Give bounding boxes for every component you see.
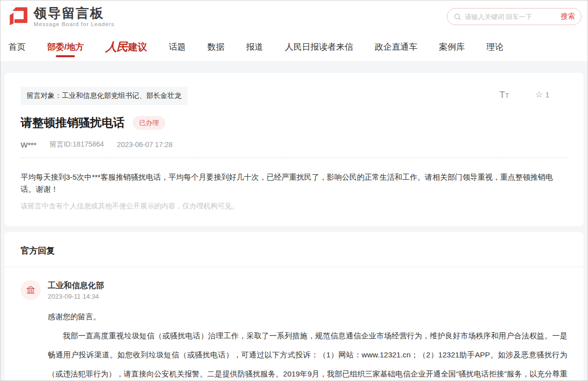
font-size-small-glyph: T xyxy=(505,92,509,99)
active-tab-underline xyxy=(56,55,75,57)
logo-icon xyxy=(7,4,30,29)
reply-agency-name: 工业和信息化部 xyxy=(48,281,104,291)
message-datetime: 2023-06-07 17:28 xyxy=(117,141,173,149)
logo-subtitle: Message Board for Leaders xyxy=(34,21,115,27)
reply-text: 感谢您的留言。 我部一直高度重视垃圾短信（或骚扰电话）治理工作，采取了一系列措施… xyxy=(48,307,567,380)
star-count: 1 xyxy=(545,91,549,99)
nav-item-label: 部委/地方 xyxy=(47,41,84,53)
nav-item-case-library[interactable]: 案例库 xyxy=(439,33,465,62)
search-button[interactable]: 搜索 xyxy=(557,12,575,21)
official-reply-card: 官方回复 xyxy=(5,232,583,380)
top-header: 领导留言板 Message Board for Leaders 搜索 xyxy=(1,1,587,33)
nav-item-home[interactable]: 首页 xyxy=(9,33,26,62)
star-favorite-button[interactable]: ☆ 1 xyxy=(535,90,549,99)
reply-paragraph: 我部一直高度重视垃圾短信（或骚扰电话）治理工作，采取了一系列措施，规范信息通信企… xyxy=(48,326,567,380)
nav-item-theory[interactable]: 理论 xyxy=(486,33,504,62)
message-card: 留言对象：工业和信息化部党组书记、部长金壮龙 T T ☆ 1 请整顿推销骚扰电话… xyxy=(5,73,583,226)
font-size-large-glyph: T xyxy=(499,90,505,99)
reply-section-title: 官方回复 xyxy=(5,245,583,267)
search-icon xyxy=(453,13,462,21)
main-nav: 首页 部委/地方 人民 建议 话题 数据 报道 人民日报读者来信 政企直通车 案… xyxy=(1,33,587,62)
government-building-icon xyxy=(25,285,36,296)
search-input[interactable] xyxy=(465,13,557,21)
message-author: W*** xyxy=(21,141,37,149)
search-box[interactable]: 搜索 xyxy=(447,8,581,25)
message-title: 请整顿推销骚扰电话 xyxy=(21,115,125,131)
reply-datetime: 2023-09-11 14:34 xyxy=(48,293,104,300)
status-badge: 已办理 xyxy=(133,116,165,130)
star-icon: ☆ xyxy=(535,90,543,99)
nav-item-gov-enterprise[interactable]: 政企直通车 xyxy=(375,33,418,62)
nav-item-renmin-jianyi[interactable]: 人民 建议 xyxy=(106,33,147,62)
message-body: 平均每天接到3-5次中***客服推销骚扰电话，平均每个月要接到好几十次，已经严重… xyxy=(21,171,567,195)
logo-title: 领导留言板 xyxy=(34,6,115,21)
nav-item-data[interactable]: 数据 xyxy=(208,33,225,62)
page: 领导留言板 Message Board for Leaders 搜索 首页 部委… xyxy=(0,0,588,381)
renmin-script-text: 人民 xyxy=(106,39,128,55)
message-target-tag: 留言对象：工业和信息化部党组书记、部长金壮龙 xyxy=(21,87,187,105)
nav-item-ministries-regions[interactable]: 部委/地方 xyxy=(47,33,84,62)
dashed-divider xyxy=(21,158,567,158)
content-area: 留言对象：工业和信息化部党组书记、部长金壮龙 T T ☆ 1 请整顿推销骚扰电话… xyxy=(1,62,587,380)
jianyi-bold-text: 建议 xyxy=(128,41,147,54)
privacy-note: 该留言中含有个人信息或其他不便公开展示的内容，仅办理机构可见。 xyxy=(21,202,567,211)
message-id: 留言ID:18175864 xyxy=(50,140,104,149)
nav-item-reader-letters[interactable]: 人民日报读者来信 xyxy=(285,33,353,62)
site-logo[interactable]: 领导留言板 Message Board for Leaders xyxy=(7,4,115,29)
reply-paragraph: 感谢您的留言。 xyxy=(48,307,567,326)
font-size-toggle-icon[interactable]: T T xyxy=(499,90,509,99)
nav-item-topics[interactable]: 话题 xyxy=(169,33,186,62)
agency-avatar xyxy=(21,280,41,300)
nav-item-reports[interactable]: 报道 xyxy=(246,33,263,62)
